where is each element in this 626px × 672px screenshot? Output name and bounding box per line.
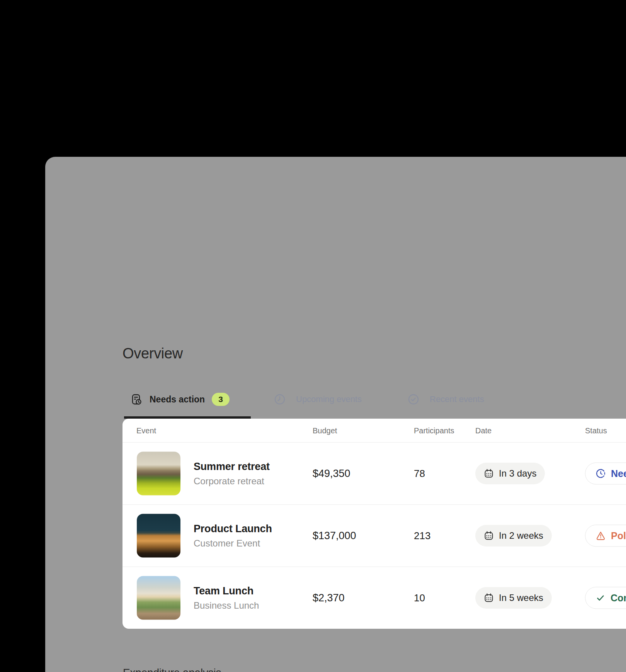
event-subtitle: Business Lunch bbox=[194, 600, 259, 611]
pending-clock-icon bbox=[595, 468, 606, 479]
event-name: Product Launch bbox=[194, 523, 272, 535]
status-badge-compliant: Compliant bbox=[585, 587, 626, 609]
column-header-event: Event bbox=[136, 426, 156, 435]
tab-upcoming-events-label: Upcoming events bbox=[296, 394, 362, 404]
column-header-status: Status bbox=[585, 426, 607, 435]
event-photo-team-lunch bbox=[137, 576, 180, 620]
event-date-label: In 2 weeks bbox=[499, 530, 543, 541]
event-subtitle: Customer Event bbox=[194, 538, 272, 549]
needs-action-table: Event Budget Participants Date Status Su… bbox=[122, 419, 626, 629]
warning-triangle-icon bbox=[595, 531, 606, 541]
table-row-team-lunch[interactable]: Team Lunch Business Lunch $2,370 10 bbox=[122, 567, 626, 629]
calendar-icon bbox=[484, 468, 494, 479]
event-text-block: Product Launch Customer Event bbox=[194, 523, 272, 549]
status-label: Needs approval bbox=[611, 468, 626, 479]
event-budget: $49,350 bbox=[313, 468, 350, 480]
history-clock-icon bbox=[274, 393, 286, 406]
page-title: Overview bbox=[122, 345, 183, 362]
event-budget: $2,370 bbox=[313, 592, 345, 604]
tab-recent-events[interactable]: Recent events bbox=[407, 390, 484, 409]
tab-recent-events-label: Recent events bbox=[430, 394, 484, 404]
event-date-badge: In 5 weeks bbox=[475, 587, 552, 609]
event-photo-summer-retreat bbox=[137, 452, 180, 496]
status-label: Policy warning bbox=[611, 530, 626, 541]
expenditure-analysis-heading: Expenditure analysis bbox=[123, 667, 221, 672]
overview-panel: Overview Needs action 3 Upcoming events bbox=[45, 157, 626, 672]
calendar-icon bbox=[484, 593, 494, 603]
document-clock-icon bbox=[130, 393, 143, 406]
event-participants: 10 bbox=[414, 592, 425, 604]
column-header-budget: Budget bbox=[313, 426, 337, 435]
event-text-block: Summer retreat Corporate retreat bbox=[194, 461, 270, 487]
status-label: Compliant bbox=[611, 592, 626, 604]
tab-needs-action[interactable]: Needs action 3 bbox=[124, 390, 230, 409]
table-row-product-launch[interactable]: Product Launch Customer Event $137,000 2… bbox=[122, 504, 626, 567]
table-header-row: Event Budget Participants Date Status bbox=[122, 419, 626, 443]
event-text-block: Team Lunch Business Lunch bbox=[194, 585, 259, 611]
event-date-label: In 5 weeks bbox=[499, 592, 543, 603]
tab-needs-action-label: Needs action bbox=[150, 394, 205, 405]
event-photo-product-launch bbox=[137, 514, 180, 558]
event-budget: $137,000 bbox=[313, 530, 356, 542]
column-header-participants: Participants bbox=[414, 426, 454, 435]
needs-action-count-badge: 3 bbox=[212, 393, 230, 406]
event-participants: 78 bbox=[414, 468, 425, 480]
event-name: Team Lunch bbox=[194, 585, 259, 597]
column-header-date: Date bbox=[475, 426, 492, 435]
table-row-summer-retreat[interactable]: Summer retreat Corporate retreat $49,350… bbox=[122, 443, 626, 504]
event-date-label: In 3 days bbox=[499, 468, 536, 479]
status-badge-needs-approval: Needs approval bbox=[585, 463, 626, 485]
event-date-badge: In 3 days bbox=[475, 463, 545, 484]
check-circle-icon bbox=[407, 393, 420, 406]
calendar-icon bbox=[484, 531, 494, 541]
screen: { "page": { "title": "Overview" }, "tabs… bbox=[0, 0, 626, 672]
status-badge-policy-warning: Policy warning bbox=[585, 525, 626, 547]
event-participants: 213 bbox=[414, 530, 430, 542]
tab-upcoming-events[interactable]: Upcoming events bbox=[274, 390, 362, 409]
check-icon bbox=[595, 593, 606, 603]
event-date-badge: In 2 weeks bbox=[475, 525, 552, 546]
event-name: Summer retreat bbox=[194, 461, 270, 473]
event-subtitle: Corporate retreat bbox=[194, 476, 270, 487]
